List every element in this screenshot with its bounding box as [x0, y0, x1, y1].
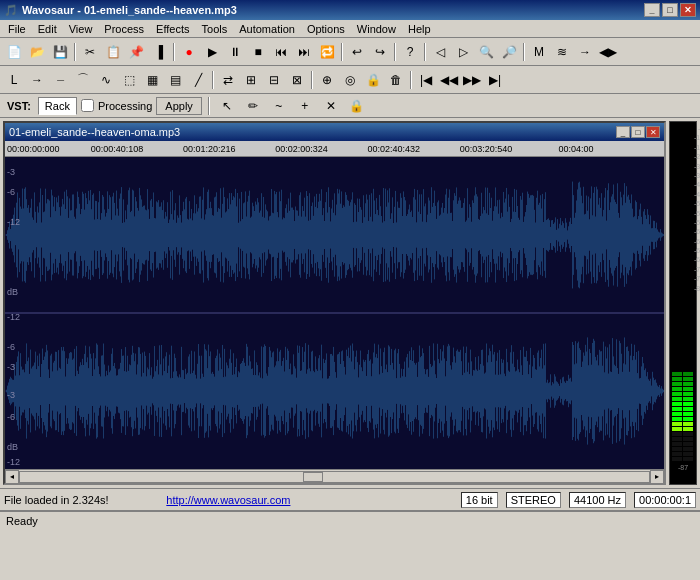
vu-label-66: -66 [694, 247, 700, 255]
vu-meter: -9 -12 -18 -24 -30 -36 -42 -48 -51 -54 -… [669, 121, 697, 485]
redo-button[interactable]: ↪ [369, 42, 391, 62]
vst-bar: VST: Rack Processing Apply ↖ ✏ ~ + ✕ 🔒 [0, 94, 700, 118]
cut-button[interactable]: ✂ [79, 42, 101, 62]
loop2-btn[interactable]: ⇄ [217, 70, 239, 90]
skip-next-btn[interactable]: ▶▶ [461, 70, 483, 90]
window-title: Wavosaur - 01-emeli_sande--heaven.mp3 [22, 4, 237, 16]
lock-btn[interactable]: 🔒 [362, 70, 384, 90]
zoom-in-button[interactable]: 🔍 [475, 42, 497, 62]
menu-options[interactable]: Options [301, 22, 351, 36]
skip-end-btn[interactable]: ▶| [484, 70, 506, 90]
fx-btn6[interactable]: ⬚ [118, 70, 140, 90]
maximize-button[interactable]: □ [662, 3, 678, 17]
minimize-button[interactable]: _ [644, 3, 660, 17]
wave-tool[interactable]: ~ [268, 96, 290, 116]
fx-btn9[interactable]: ╱ [187, 70, 209, 90]
trash-btn[interactable]: 🗑 [385, 70, 407, 90]
time-mark-4: 00:02:40:432 [367, 144, 420, 154]
waveform-minimize[interactable]: _ [616, 126, 630, 138]
grid-btn[interactable]: ⊟ [263, 70, 285, 90]
help-icon-btn[interactable]: ? [399, 42, 421, 62]
nav-btn[interactable]: ◀▶ [597, 42, 619, 62]
fx-btn8[interactable]: ▤ [164, 70, 186, 90]
menu-edit[interactable]: Edit [32, 22, 63, 36]
scroll-right-arrow[interactable]: ▸ [650, 470, 664, 484]
fx-btn2[interactable]: → [26, 70, 48, 90]
vu-label-72: -72 [694, 266, 700, 274]
toolbar-1: 📄 📂 💾 ✂ 📋 📌 ▐ ● ▶ ⏸ ■ ⏮ ⏭ 🔁 ↩ ↪ ? ◁ ▷ 🔍 … [0, 38, 700, 66]
time-mark-5: 00:03:20:540 [460, 144, 513, 154]
waveform-close[interactable]: ✕ [646, 126, 660, 138]
cross-tool[interactable]: ✕ [320, 96, 342, 116]
snap-btn[interactable]: ⊞ [240, 70, 262, 90]
time-mark-6: 00:04:00 [559, 144, 594, 154]
title-text: 🎵 Wavosaur - 01-emeli_sande--heaven.mp3 [4, 4, 237, 17]
menu-view[interactable]: View [63, 22, 99, 36]
vu-label-54: -54 [694, 210, 700, 218]
mix-btn[interactable]: ⊕ [316, 70, 338, 90]
fx-btn7[interactable]: ▦ [141, 70, 163, 90]
scroll-thumb[interactable] [303, 472, 323, 482]
processing-checkbox[interactable] [81, 99, 94, 112]
zoom-out-button[interactable]: 🔎 [498, 42, 520, 62]
play-button[interactable]: ▶ [201, 42, 223, 62]
apply-button[interactable]: Apply [156, 97, 202, 115]
time-mark-3: 00:02:00:324 [275, 144, 328, 154]
marker-button[interactable]: M [528, 42, 550, 62]
menu-file[interactable]: File [2, 22, 32, 36]
menu-process[interactable]: Process [98, 22, 150, 36]
rack-tab[interactable]: Rack [38, 97, 77, 115]
mute-btn[interactable]: ◎ [339, 70, 361, 90]
rewind-button[interactable]: ⏮ [270, 42, 292, 62]
vu-label-63: -63 [694, 238, 700, 246]
pencil-tool[interactable]: ✏ [242, 96, 264, 116]
trim-button[interactable]: ▐ [148, 42, 170, 62]
menu-window[interactable]: Window [351, 22, 402, 36]
arrow-icon[interactable]: → [574, 42, 596, 62]
scroll-track[interactable] [19, 471, 650, 483]
plus-tool[interactable]: + [294, 96, 316, 116]
title-bar: 🎵 Wavosaur - 01-emeli_sande--heaven.mp3 … [0, 0, 700, 20]
wave-icon: ≋ [551, 42, 573, 62]
close-button[interactable]: ✕ [680, 3, 696, 17]
record-button[interactable]: ● [178, 42, 200, 62]
menu-effects[interactable]: Effects [150, 22, 195, 36]
skip-prev-btn[interactable]: ◀◀ [438, 70, 460, 90]
stop-button[interactable]: ■ [247, 42, 269, 62]
scroll-left-arrow[interactable]: ◂ [5, 470, 19, 484]
window-controls: _ □ ✕ [644, 3, 696, 17]
sep8 [311, 71, 313, 89]
menu-tools[interactable]: Tools [196, 22, 234, 36]
processing-label: Processing [98, 100, 152, 112]
fx-btn4[interactable]: ⌒ [72, 70, 94, 90]
file-loaded-status: File loaded in 2.324s! [4, 494, 158, 506]
menu-help[interactable]: Help [402, 22, 437, 36]
waveform-title-bar: 01-emeli_sande--heaven-oma.mp3 _ □ ✕ [5, 123, 664, 141]
waveform-maximize[interactable]: □ [631, 126, 645, 138]
vol-up-button[interactable]: ▷ [452, 42, 474, 62]
skip-start-btn[interactable]: |◀ [415, 70, 437, 90]
save-button[interactable]: 💾 [49, 42, 71, 62]
cursor-tool[interactable]: ↖ [216, 96, 238, 116]
sel-btn[interactable]: ⊠ [286, 70, 308, 90]
fx-btn3[interactable]: ⏤ [49, 70, 71, 90]
ffwd-button[interactable]: ⏭ [293, 42, 315, 62]
website-link[interactable]: http://www.wavosaur.com [166, 494, 290, 506]
waveform-canvas[interactable]: -3 -6 -12 dB -12 -6 -3 -3 -6 dB -12 [5, 157, 664, 469]
loop-button[interactable]: 🔁 [316, 42, 338, 62]
paste-button[interactable]: 📌 [125, 42, 147, 62]
fx-btn5[interactable]: ∿ [95, 70, 117, 90]
waveform-display[interactable] [5, 157, 664, 469]
h-scrollbar[interactable]: ◂ ▸ [5, 469, 664, 483]
ready-status: Ready [6, 515, 38, 527]
pause-button[interactable]: ⏸ [224, 42, 246, 62]
copy-button[interactable]: 📋 [102, 42, 124, 62]
app-icon: 🎵 [4, 4, 18, 17]
new-button[interactable]: 📄 [3, 42, 25, 62]
menu-automation[interactable]: Automation [233, 22, 301, 36]
fx-btn1[interactable]: L [3, 70, 25, 90]
open-button[interactable]: 📂 [26, 42, 48, 62]
undo-button[interactable]: ↩ [346, 42, 368, 62]
time-ruler: 00:00:00:000 00:00:40:108 00:01:20:216 0… [5, 141, 664, 157]
vol-down-button[interactable]: ◁ [429, 42, 451, 62]
